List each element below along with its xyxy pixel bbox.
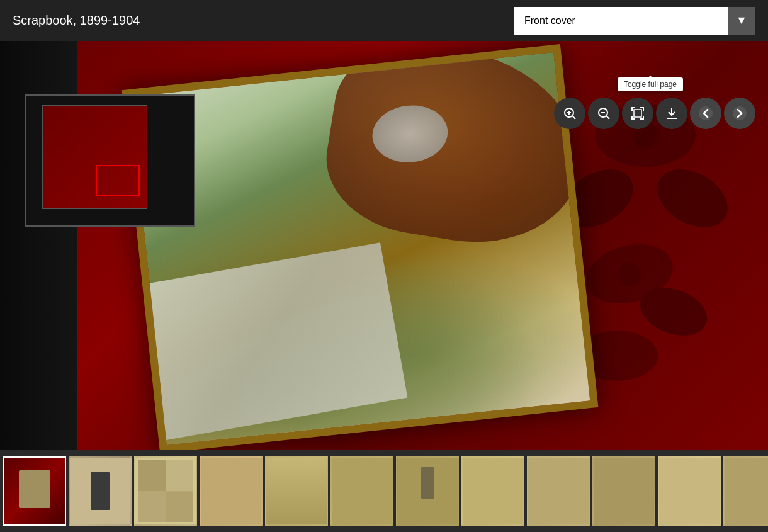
thumbnail-11[interactable] bbox=[658, 456, 721, 526]
thumbnail-2[interactable] bbox=[69, 456, 132, 526]
thumbnail-6[interactable] bbox=[330, 456, 393, 526]
app-header: Scrapbook, 1899-1904 Front cover Page 1 … bbox=[0, 0, 768, 41]
svg-point-7 bbox=[618, 263, 641, 285]
thumbnail-4[interactable] bbox=[200, 456, 263, 526]
page-title: Scrapbook, 1899-1904 bbox=[13, 13, 140, 28]
thumbnail-12[interactable] bbox=[723, 456, 768, 526]
thumbnail-8[interactable] bbox=[461, 456, 524, 526]
fullscreen-icon bbox=[630, 106, 645, 121]
toggle-fullpage-tooltip: Toggle full page bbox=[618, 77, 683, 91]
page-select-dropdown[interactable]: Front cover Page 1 Page 2 Page 3 Back co… bbox=[514, 7, 728, 35]
svg-point-20 bbox=[733, 106, 747, 120]
next-icon bbox=[732, 106, 747, 121]
artwork-bg bbox=[130, 52, 590, 445]
thumbnail-strip bbox=[0, 450, 768, 532]
thumbnail-9[interactable] bbox=[527, 456, 590, 526]
page-selector-container: Front cover Page 1 Page 2 Page 3 Back co… bbox=[514, 7, 755, 35]
zoom-out-button[interactable] bbox=[588, 98, 619, 129]
minimap bbox=[25, 94, 195, 227]
zoom-in-button[interactable] bbox=[554, 98, 585, 129]
zoom-in-icon bbox=[562, 106, 577, 121]
thumbnail-10[interactable] bbox=[592, 456, 655, 526]
thumbnail-3[interactable] bbox=[134, 456, 197, 526]
image-viewer: Toggle full page bbox=[0, 41, 768, 450]
svg-line-14 bbox=[607, 116, 610, 120]
zoom-out-icon bbox=[596, 106, 611, 121]
download-icon bbox=[664, 106, 679, 121]
minimap-right-shadow bbox=[147, 105, 184, 209]
next-page-button[interactable] bbox=[724, 98, 755, 129]
fullscreen-button[interactable] bbox=[622, 98, 653, 129]
svg-point-2 bbox=[647, 157, 738, 239]
svg-line-11 bbox=[573, 116, 576, 120]
svg-point-19 bbox=[699, 106, 713, 120]
svg-rect-15 bbox=[634, 110, 641, 117]
thumbnail-1[interactable] bbox=[3, 456, 66, 526]
dropdown-arrow-icon[interactable]: ▼ bbox=[728, 7, 755, 35]
viewer-toolbar bbox=[554, 98, 755, 129]
thumbnail-7[interactable] bbox=[396, 456, 459, 526]
minimap-viewport-indicator bbox=[96, 165, 140, 196]
minimap-inner bbox=[26, 96, 194, 225]
download-button[interactable] bbox=[656, 98, 687, 129]
thumbnail-5[interactable] bbox=[265, 456, 328, 526]
prev-page-button[interactable] bbox=[690, 98, 721, 129]
prev-icon bbox=[698, 106, 713, 121]
